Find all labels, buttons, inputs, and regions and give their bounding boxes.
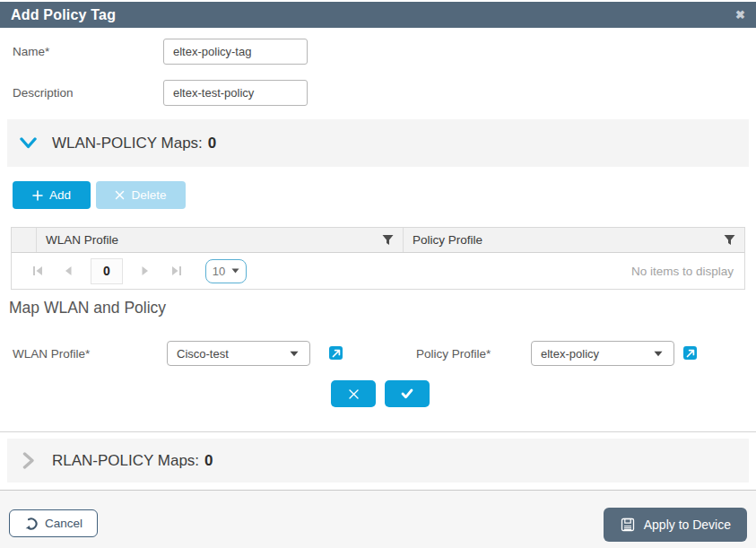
caret-down-icon: [231, 268, 239, 274]
previous-page-icon[interactable]: [58, 261, 78, 281]
next-page-icon[interactable]: [135, 261, 155, 281]
close-icon[interactable]: ✖: [735, 9, 745, 21]
wlan-policy-maps-title: WLAN-POLICY Maps:: [52, 135, 203, 152]
last-page-icon[interactable]: [166, 261, 186, 281]
page-size-select[interactable]: 10: [205, 259, 247, 283]
chevron-right-icon: [18, 452, 38, 469]
save-icon: [620, 517, 636, 533]
policy-profile-select[interactable]: eltex-policy: [531, 341, 674, 366]
wlan-policy-table: WLAN Profile Policy Profile 0: [11, 227, 745, 290]
policy-profile-external-link-icon[interactable]: [683, 346, 697, 360]
dialog-footer: Cancel Apply to Device: [0, 491, 756, 548]
dialog-title: Add Policy Tag: [11, 7, 116, 23]
add-policy-tag-dialog: Add Policy Tag ✖ Name* Description WLAN-…: [0, 0, 756, 548]
policy-profile-label: Policy Profile*: [416, 347, 491, 361]
rlan-policy-maps-title: RLAN-POLICY Maps:: [52, 452, 199, 470]
filter-icon[interactable]: [382, 234, 394, 246]
description-input[interactable]: [163, 80, 308, 106]
caret-down-icon: [654, 351, 665, 357]
caret-down-icon: [290, 351, 300, 357]
undo-icon: [24, 517, 39, 531]
delete-button[interactable]: Delete: [96, 181, 186, 209]
map-wlan-policy-title: Map WLAN and Policy: [9, 299, 166, 317]
description-label: Description: [13, 86, 74, 100]
apply-to-device-button[interactable]: Apply to Device: [604, 508, 747, 542]
wlan-policy-maps-section-header[interactable]: WLAN-POLICY Maps: 0: [7, 119, 749, 167]
filter-icon[interactable]: [724, 234, 735, 246]
add-button[interactable]: Add: [13, 181, 91, 209]
wlan-profile-external-link-icon[interactable]: [329, 346, 343, 360]
plus-icon: [32, 190, 43, 201]
name-input[interactable]: [163, 39, 308, 65]
x-icon: [348, 388, 360, 400]
current-page-indicator: 0: [91, 258, 123, 284]
wlan-policy-maps-count: 0: [208, 135, 216, 152]
cancel-button[interactable]: Cancel: [9, 509, 98, 537]
dialog-header: Add Policy Tag ✖: [0, 2, 756, 28]
first-page-icon[interactable]: [28, 261, 48, 281]
table-pager: 0 10 No items to display: [12, 253, 744, 289]
wlan-profile-label: WLAN Profile*: [13, 347, 90, 361]
select-all-column-header[interactable]: [12, 228, 37, 252]
chevron-down-icon: [18, 137, 38, 149]
policy-profile-column-header[interactable]: Policy Profile: [404, 228, 744, 252]
check-icon: [401, 388, 413, 399]
wlan-profile-column-header[interactable]: WLAN Profile: [37, 228, 404, 252]
table-header-row: WLAN Profile Policy Profile: [12, 228, 744, 253]
x-icon: [115, 190, 125, 200]
cancel-map-button[interactable]: [331, 380, 376, 407]
name-label: Name*: [13, 45, 49, 58]
wlan-profile-select[interactable]: Cisco-test: [167, 341, 310, 366]
confirm-map-button[interactable]: [385, 380, 430, 407]
rlan-policy-maps-count: 0: [204, 452, 213, 470]
rlan-policy-maps-section-header[interactable]: RLAN-POLICY Maps: 0: [7, 439, 749, 483]
section-divider: [0, 431, 756, 432]
empty-table-message: No items to display: [631, 265, 734, 278]
